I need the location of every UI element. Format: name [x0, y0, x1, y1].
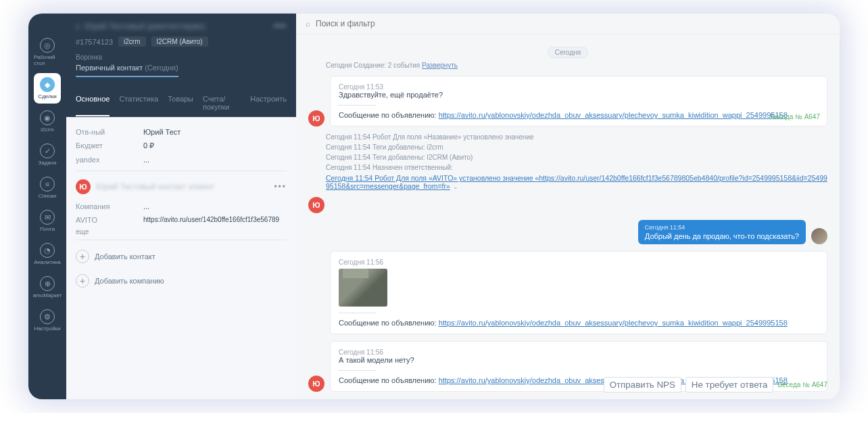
tab-configure[interactable]: Настроить — [250, 89, 287, 116]
robot-log-line: Сегодня 11:54 Назначен ответственный: — [326, 164, 827, 171]
more-fields-toggle[interactable]: еще — [76, 228, 287, 235]
app-window: ◎Рабочий стол ◆Сделки ◉i2crm ✓Задачи ≡Сп… — [28, 14, 840, 399]
robot-log-line: Сегодня 11:54 Теги добавлены: i2crm — [326, 143, 827, 151]
tab-products[interactable]: Товары — [168, 89, 193, 116]
deal-header: ‹ Юрий Тестовый (риелтестермо) ••• #1757… — [66, 14, 296, 84]
reply-time: Сегодня 11:54 — [645, 224, 799, 231]
plus-icon: + — [76, 250, 89, 263]
reply-text: Добрый день да продаю, что-то подсказать… — [645, 232, 799, 240]
day-separator: Сегодня — [308, 45, 827, 58]
robot-log-line: Сегодня 11:54 Робот Для поля «AVITO» уст… — [326, 174, 827, 190]
deal-title: Юрий Тестовый (риелтестермо) — [85, 22, 205, 31]
lists-icon: ≡ — [40, 177, 55, 192]
deal-more-menu[interactable]: ••• — [274, 22, 287, 31]
field-yandex: yandex... — [76, 153, 287, 166]
field-responsible: Отв-ныйЮрий Тест — [76, 125, 287, 139]
expand-link[interactable]: Развернуть — [422, 62, 458, 69]
deal-panel: ‹ Юрий Тестовый (риелтестермо) ••• #1757… — [66, 14, 296, 399]
plus-icon: + — [76, 274, 89, 288]
left-navbar: ◎Рабочий стол ◆Сделки ◉i2crm ✓Задачи ≡Сп… — [28, 14, 66, 399]
message-time: Сегодня 11:56 — [339, 349, 819, 356]
contact-more-menu[interactable]: ••• — [274, 182, 287, 192]
robot-log-line: Сегодня 11:54 Робот Для поля «Название» … — [326, 133, 827, 141]
message-time: Сегодня 11:53 — [339, 83, 819, 91]
feed-panel: ⌕ Сегодня Сегодня Создание: 2 события Ра… — [296, 14, 840, 399]
funnel-label: Воронка — [76, 53, 287, 61]
send-nps-button[interactable]: Отправить NPS — [604, 377, 681, 392]
field-company: Компания... — [76, 200, 287, 213]
mail-icon: ✉ — [40, 210, 55, 225]
analytics-icon: ◔ — [40, 243, 55, 258]
ad-link[interactable]: https://avito.ru/yablonovskiy/odezhda_ob… — [439, 111, 788, 119]
tasks-icon: ✓ — [40, 143, 55, 158]
nav-tasks[interactable]: ✓Задачи — [34, 139, 61, 170]
back-button[interactable]: ‹ — [76, 20, 79, 32]
search-icon: ⌕ — [306, 19, 310, 28]
sender-row: Ю — [308, 197, 827, 213]
robot-log-line: Сегодня 11:54 Теги добавлены: I2CRM (Ави… — [326, 154, 827, 161]
attachment-image[interactable] — [339, 269, 387, 307]
field-avito: AVITOhttps://avito.ru/user/142b0ffe166fc… — [76, 213, 287, 227]
no-reply-button[interactable]: Не требует ответа — [685, 377, 774, 392]
desktop-icon: ◎ — [40, 38, 55, 53]
message-text: А такой модели нету? — [339, 356, 819, 364]
i2crm-icon: ◉ — [40, 110, 55, 125]
contact-card[interactable]: Ю Юрий Тестовый контакт клиент ••• — [76, 179, 287, 194]
nav-lists[interactable]: ≡Списки — [34, 173, 61, 203]
message-card: Сегодня 11:56 -------------- Сообщение п… — [330, 251, 827, 334]
nav-settings[interactable]: ⚙Настройки — [34, 305, 61, 336]
my-avatar — [811, 228, 827, 244]
tab-stats[interactable]: Статистика — [119, 89, 158, 116]
nav-desktop[interactable]: ◎Рабочий стол — [34, 34, 61, 70]
message-text: Здравствуйте, ещё продаёте? — [339, 91, 819, 99]
ad-link[interactable]: https://avito.ru/yablonovskiy/odezhda_ob… — [439, 319, 788, 327]
search-input[interactable] — [316, 19, 830, 28]
add-contact-button[interactable]: +Добавить контакт — [76, 244, 287, 269]
creation-events-line: Сегодня Создание: 2 события Развернуть — [326, 62, 827, 69]
field-budget: Бюджет0 ₽ — [76, 139, 287, 153]
message-card: Сегодня 11:53 Здравствуйте, ещё продаёте… — [330, 76, 827, 127]
incoming-message-2: Сегодня 11:56 -------------- Сообщение п… — [308, 251, 827, 334]
conversation-id-footer: Беседа № А647 — [777, 381, 827, 388]
outgoing-message: Сегодня 11:54 Добрый день да продаю, что… — [308, 220, 827, 244]
sender-avatar: Ю — [308, 197, 324, 213]
tag-i2crm[interactable]: i2crm — [118, 37, 145, 47]
search-bar: ⌕ — [296, 14, 840, 35]
deal-id: #17574123 — [76, 38, 113, 46]
incoming-message-1: Ю Сегодня 11:53 Здравствуйте, ещё продаё… — [308, 76, 827, 127]
sender-avatar: Ю — [308, 376, 324, 392]
nav-analytics[interactable]: ◔Аналитика — [34, 239, 61, 269]
sender-avatar: Ю — [308, 110, 324, 127]
message-time: Сегодня 11:56 — [339, 259, 819, 266]
conversation-id: Беседа № А647 — [770, 113, 820, 120]
ad-line: Сообщение по объявлению: https://avito.r… — [339, 319, 819, 327]
settings-icon: ⚙ — [40, 309, 55, 324]
nav-i2crm[interactable]: ◉i2crm — [34, 106, 61, 137]
nav-mail[interactable]: ✉Почта — [34, 206, 61, 236]
reply-bubble: Сегодня 11:54 Добрый день да продаю, что… — [638, 220, 806, 244]
deal-body: Отв-ныйЮрий Тест Бюджет0 ₽ yandex... Ю Ю… — [66, 117, 296, 399]
nav-amomarket[interactable]: ⊕amoМаркет — [34, 272, 61, 302]
deals-icon: ◆ — [40, 77, 55, 92]
deal-tabs: Основное Статистика Товары Счета/покупки… — [66, 89, 296, 117]
chevron-down-icon[interactable]: ⌄ — [453, 183, 458, 190]
add-company-button[interactable]: +Добавить компанию — [76, 269, 287, 293]
feed-scroll[interactable]: Сегодня Сегодня Создание: 2 события Разв… — [296, 35, 840, 399]
tab-main[interactable]: Основное — [76, 89, 110, 116]
contact-name-blurred: Юрий Тестовый контакт клиент — [96, 182, 214, 192]
tab-invoices[interactable]: Счета/покупки — [203, 89, 241, 116]
deal-stage[interactable]: Первичный контакт (Сегодня) — [76, 64, 178, 77]
contact-avatar: Ю — [76, 179, 91, 194]
amomarket-icon: ⊕ — [40, 276, 55, 291]
ad-line: Сообщение по объявлению: https://avito.r… — [339, 111, 819, 119]
feed-footer-actions: Отправить NPS Не требует ответа Беседа №… — [604, 377, 827, 392]
tag-i2crm-avito[interactable]: I2CRM (Авито) — [151, 37, 208, 47]
nav-deals[interactable]: ◆Сделки — [34, 73, 61, 104]
